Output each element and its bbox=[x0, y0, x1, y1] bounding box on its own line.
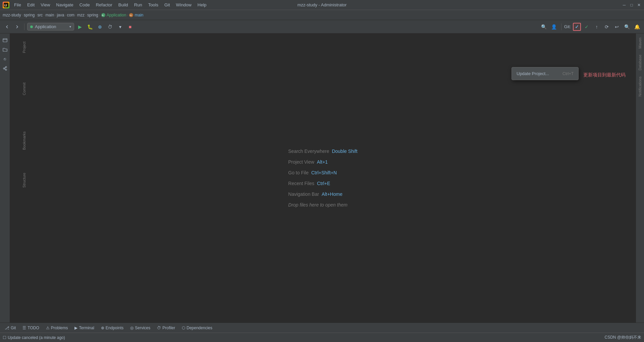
breadcrumb-main-method[interactable]: m main bbox=[129, 13, 143, 17]
chinese-tooltip: 更新项目到最新代码 bbox=[583, 72, 626, 78]
git-push-button[interactable]: ↑ bbox=[592, 22, 601, 31]
sidebar-folder-icon[interactable] bbox=[1, 46, 9, 54]
git-tab-icon: ⎇ bbox=[5, 326, 9, 330]
breadcrumb-src[interactable]: src bbox=[37, 13, 43, 17]
maximize-button[interactable]: □ bbox=[629, 3, 634, 7]
run-config-status-dot bbox=[30, 25, 33, 28]
hint-goto-file: Go to File Ctrl+Shift+N bbox=[288, 170, 337, 175]
panel-label-structure[interactable]: Structure bbox=[21, 171, 27, 189]
menu-bar: File Edit View Navigate Code Refactor Bu… bbox=[11, 2, 209, 8]
menu-file[interactable]: File bbox=[11, 2, 24, 8]
git-label: Git: bbox=[564, 24, 571, 29]
todo-tab-label: TODO bbox=[28, 326, 39, 330]
user-button[interactable]: 👤 bbox=[550, 22, 558, 31]
update-project-menu-item[interactable]: Update Project... Ctrl+T bbox=[512, 69, 578, 78]
tab-services[interactable]: ◎ Services bbox=[127, 324, 154, 332]
run-configuration-selector[interactable]: Application ▾ bbox=[27, 23, 74, 31]
menu-refactor[interactable]: Refactor bbox=[93, 2, 115, 8]
svg-point-7 bbox=[3, 68, 5, 69]
breadcrumb-application[interactable]: A Application bbox=[101, 13, 126, 17]
window-controls: ─ □ ✕ bbox=[622, 3, 641, 7]
git-search-button[interactable]: 🔍 bbox=[623, 22, 631, 31]
tab-profiler[interactable]: ⏱ Profiler bbox=[154, 324, 178, 332]
tab-dependencies[interactable]: ⬡ Dependencies bbox=[178, 324, 216, 332]
dependencies-tab-label: Dependencies bbox=[186, 326, 212, 330]
sidebar-commit-icon[interactable]: ⎋ bbox=[1, 55, 9, 63]
main-method-icon: m bbox=[129, 13, 133, 17]
main-layout: ⎋ Project Commit Bookmarks Structure Sea… bbox=[0, 34, 644, 323]
menu-tools[interactable]: Tools bbox=[146, 2, 161, 8]
panel-label-project[interactable]: Project bbox=[21, 40, 27, 54]
back-button[interactable] bbox=[3, 22, 11, 31]
panel-label-bookmarks[interactable]: Bookmarks bbox=[21, 130, 27, 151]
minimize-button[interactable]: ─ bbox=[622, 3, 627, 7]
editor-area[interactable]: Project Commit Bookmarks Structure Searc… bbox=[10, 34, 636, 323]
breadcrumb-java[interactable]: java bbox=[57, 13, 64, 17]
git-history-button[interactable]: ⟳ bbox=[602, 22, 611, 31]
tab-endpoints[interactable]: ⊕ Endpoints bbox=[98, 324, 127, 332]
svg-line-11 bbox=[5, 68, 5, 70]
tab-problems[interactable]: ⚠ Problems bbox=[43, 324, 71, 332]
status-right: CSDN @帅你妈不来 bbox=[604, 335, 641, 340]
sidebar-structure-icon[interactable] bbox=[1, 64, 9, 72]
run-button[interactable]: ▶ bbox=[75, 22, 84, 31]
menu-view[interactable]: View bbox=[38, 2, 53, 8]
hint-nav-key: Alt+Home bbox=[322, 191, 342, 197]
coverage-button[interactable]: ⊕ bbox=[96, 22, 104, 31]
hint-project-label: Project View bbox=[288, 159, 314, 165]
debug-button[interactable]: 🐛 bbox=[86, 22, 94, 31]
menu-edit[interactable]: Edit bbox=[24, 2, 37, 8]
git-notification-button[interactable]: 🔔 bbox=[633, 22, 641, 31]
forward-button[interactable] bbox=[13, 22, 21, 31]
breadcrumb-mzz[interactable]: mzz bbox=[77, 13, 85, 17]
tab-todo[interactable]: ☰ TODO bbox=[19, 324, 42, 332]
close-button[interactable]: ✕ bbox=[637, 3, 641, 7]
git-tab-label: Git bbox=[11, 326, 16, 330]
svg-rect-6 bbox=[3, 39, 7, 42]
right-panel-database[interactable]: Database bbox=[637, 52, 643, 73]
hint-recent-label: Recent Files bbox=[288, 181, 314, 186]
hint-search-label: Search Everywhere bbox=[288, 149, 329, 154]
hint-project-view: Project View Alt+1 bbox=[288, 159, 328, 165]
window-title: mzz-study - Administrator bbox=[298, 2, 347, 7]
services-tab-icon: ◎ bbox=[130, 326, 133, 330]
panel-label-commit[interactable]: Commit bbox=[21, 81, 27, 97]
status-bar: ☐ Update canceled (a minute ago) CSDN @帅… bbox=[0, 333, 644, 342]
breadcrumb-spring2[interactable]: spring bbox=[87, 13, 98, 17]
left-sidebar: ⎋ bbox=[0, 34, 10, 323]
breadcrumb-main[interactable]: main bbox=[45, 13, 54, 17]
center-hints: Search Everywhere Double Shift Project V… bbox=[288, 149, 357, 208]
menu-window[interactable]: Window bbox=[173, 2, 194, 8]
menu-build[interactable]: Build bbox=[116, 2, 131, 8]
stop-button[interactable]: ■ bbox=[126, 22, 135, 31]
git-undo-button[interactable]: ↩ bbox=[612, 22, 621, 31]
breadcrumb-com[interactable]: com bbox=[67, 13, 74, 17]
breadcrumb-spring[interactable]: spring bbox=[24, 13, 35, 17]
more-run-button[interactable]: ▾ bbox=[116, 22, 124, 31]
menu-code[interactable]: Code bbox=[77, 2, 93, 8]
tab-terminal[interactable]: ▶ Terminal bbox=[71, 324, 97, 332]
terminal-tab-icon: ▶ bbox=[74, 326, 77, 330]
menu-help[interactable]: Help bbox=[195, 2, 209, 8]
menu-run[interactable]: Run bbox=[131, 2, 145, 8]
menu-git[interactable]: Git bbox=[162, 2, 173, 8]
status-checkbox-icon: ☐ bbox=[3, 335, 6, 340]
hint-search-key: Double Shift bbox=[332, 149, 357, 154]
tab-git[interactable]: ⎇ Git bbox=[1, 324, 19, 332]
right-panel-maven[interactable]: Maven bbox=[637, 35, 643, 51]
status-text: Update canceled (a minute ago) bbox=[8, 335, 65, 340]
git-update-button-highlighted[interactable]: ✓ bbox=[573, 23, 581, 31]
application-icon: A bbox=[101, 13, 106, 17]
menu-navigate[interactable]: Navigate bbox=[53, 2, 76, 8]
breadcrumb-mzz-study[interactable]: mzz-study bbox=[3, 13, 21, 17]
run-config-name: Application bbox=[35, 24, 56, 29]
profile-button[interactable]: ⏱ bbox=[106, 22, 114, 31]
profiler-tab-icon: ⏱ bbox=[157, 326, 161, 330]
sidebar-project-icon[interactable] bbox=[1, 36, 9, 44]
right-panel-notifications[interactable]: Notifications bbox=[637, 74, 643, 99]
svg-point-9 bbox=[5, 69, 7, 70]
problems-tab-icon: ⚠ bbox=[46, 326, 50, 330]
git-check-button[interactable]: ✓ bbox=[582, 22, 591, 31]
terminal-tab-label: Terminal bbox=[79, 326, 94, 330]
search-toolbar-button[interactable]: 🔍 bbox=[540, 22, 548, 31]
